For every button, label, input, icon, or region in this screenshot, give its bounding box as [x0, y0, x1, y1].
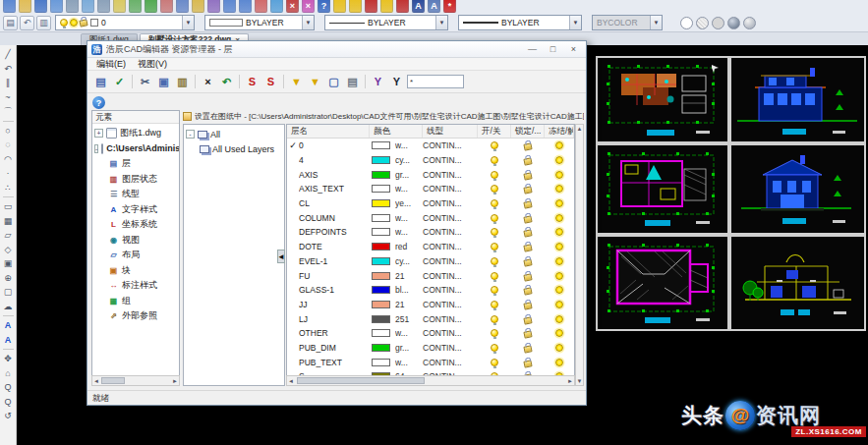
- sun-icon[interactable]: [555, 344, 563, 352]
- minimize-button[interactable]: —: [524, 43, 541, 56]
- layer-row[interactable]: COLUMNw...CONTIN...: [287, 210, 574, 225]
- linetype-combo[interactable]: BYLAYER ▼: [324, 15, 448, 30]
- layer-freeze-cell[interactable]: [545, 329, 574, 337]
- layer-lock-cell[interactable]: [511, 213, 545, 223]
- close-button[interactable]: ×: [565, 43, 582, 56]
- layer-lock-cell[interactable]: [511, 155, 545, 165]
- expand-icon[interactable]: +: [94, 129, 103, 138]
- text-tool-icon[interactable]: A: [1, 318, 16, 333]
- drawing-roof-plan[interactable]: [596, 235, 729, 331]
- polygon-tool-icon[interactable]: ◇: [1, 243, 16, 257]
- bulb-icon[interactable]: [491, 156, 498, 164]
- table-vscrollbar[interactable]: ▲ ▼: [575, 124, 584, 386]
- layer-row[interactable]: 4cy...CONTIN...: [287, 153, 574, 168]
- sun-icon[interactable]: [555, 228, 563, 236]
- scroll-right-icon[interactable]: ►: [171, 377, 179, 385]
- lock-icon[interactable]: [523, 345, 532, 354]
- otrack-icon[interactable]: [380, 0, 393, 13]
- table-hscrollbar[interactable]: ◄ ►: [286, 375, 575, 386]
- bulb-icon[interactable]: [491, 199, 498, 207]
- layer-row[interactable]: PUB_DIMgr...CONTIN...: [287, 341, 574, 356]
- bulb-icon[interactable]: [491, 228, 498, 236]
- layer-on-cell[interactable]: [478, 243, 511, 250]
- layer-color-swatch[interactable]: [372, 228, 390, 236]
- layer-color-swatch[interactable]: [372, 272, 390, 280]
- layer-on-cell[interactable]: [478, 257, 511, 265]
- tree-root-item[interactable]: -C:\Users\Administrator\D: [94, 141, 179, 157]
- hatch-tool-icon[interactable]: ▦: [1, 214, 16, 229]
- layer-freeze-cell[interactable]: [545, 315, 574, 323]
- layer-color-swatch[interactable]: [372, 243, 390, 250]
- layer-freeze-cell[interactable]: [545, 359, 574, 366]
- tree-item-layers[interactable]: ▤层: [108, 156, 179, 172]
- layer-on-cell[interactable]: [478, 214, 511, 222]
- layer-lock-cell[interactable]: [511, 358, 545, 367]
- tree-root-item[interactable]: +图纸1.dwg: [94, 126, 179, 141]
- snap-icon[interactable]: [333, 0, 346, 13]
- layer-freeze-cell[interactable]: [545, 228, 574, 236]
- layer-row[interactable]: ✓0w...CONTIN...: [287, 139, 574, 153]
- mtext-a-icon[interactable]: A: [428, 0, 440, 13]
- wireframe-3d-icon[interactable]: [696, 17, 709, 29]
- chevron-down-icon[interactable]: ▼: [182, 16, 194, 29]
- layer-row[interactable]: OTHERw...CONTIN...: [287, 326, 574, 341]
- pan-hand-icon[interactable]: ✥: [1, 352, 16, 366]
- layer-combo[interactable]: 0 ▼: [55, 15, 195, 30]
- layer-lock-cell[interactable]: [511, 314, 545, 324]
- expand-icon[interactable]: -: [94, 144, 98, 153]
- tree-item-layouts[interactable]: ▱布局: [108, 248, 179, 263]
- spline-tool-icon[interactable]: ~: [1, 90, 16, 105]
- tree-node-all[interactable]: - All: [186, 127, 284, 142]
- layer-on-cell[interactable]: [478, 171, 511, 179]
- delete-icon[interactable]: ×: [286, 0, 299, 13]
- chevron-down-icon[interactable]: ▼: [435, 16, 447, 29]
- zoom-icon[interactable]: [270, 0, 283, 13]
- col-lock[interactable]: 锁定/...: [511, 125, 545, 138]
- layer-freeze-cell[interactable]: [545, 199, 574, 207]
- match-properties-icon[interactable]: [207, 0, 220, 13]
- sun-icon[interactable]: [555, 257, 563, 265]
- layer-on-cell[interactable]: [478, 359, 511, 366]
- maximize-button[interactable]: □: [545, 43, 561, 56]
- rectangle-tool-icon[interactable]: ▭: [1, 199, 16, 214]
- layer-color-swatch[interactable]: [372, 185, 390, 193]
- zoom-window-tool-icon[interactable]: Q: [1, 395, 16, 410]
- drawing-side-elevation[interactable]: [729, 56, 866, 143]
- lock-icon[interactable]: [523, 143, 532, 152]
- layer-row[interactable]: DEFPOINTSw...CONTIN...: [287, 225, 574, 240]
- menu-edit[interactable]: 编辑(E): [91, 58, 131, 70]
- bulb-icon[interactable]: [491, 272, 498, 280]
- layer-previous-button[interactable]: ↶: [20, 16, 34, 30]
- layer-lock-cell[interactable]: [511, 343, 545, 353]
- layer-freeze-cell[interactable]: [545, 141, 574, 149]
- layer-color-swatch[interactable]: [372, 329, 390, 337]
- lock-icon[interactable]: [523, 172, 532, 181]
- erase-icon[interactable]: ×: [302, 0, 315, 13]
- purge-icon[interactable]: S: [244, 74, 260, 90]
- layer-on-cell[interactable]: [478, 315, 511, 323]
- divide-tool-icon[interactable]: ∴: [1, 181, 16, 195]
- elements-pane-hscrollbar[interactable]: ◄ ►: [91, 375, 180, 386]
- layer-freeze-cell[interactable]: [545, 257, 574, 265]
- mtext-tool-icon[interactable]: A: [1, 333, 16, 348]
- ortho-icon[interactable]: [349, 0, 362, 13]
- find-icon[interactable]: [113, 0, 126, 13]
- sun-icon[interactable]: [555, 185, 563, 193]
- layer-filter-input[interactable]: [407, 75, 464, 88]
- lock-icon[interactable]: [523, 258, 532, 267]
- purge-all-icon[interactable]: S: [262, 74, 279, 90]
- lock-icon[interactable]: [523, 187, 532, 195]
- bulb-icon[interactable]: [491, 171, 498, 179]
- lock-icon[interactable]: [523, 360, 532, 368]
- col-name[interactable]: 层名: [287, 125, 370, 138]
- print-icon[interactable]: ▤: [344, 74, 361, 90]
- sun-icon[interactable]: [555, 272, 563, 280]
- scrollbar-thumb[interactable]: [101, 377, 125, 384]
- tree-node-all-used-layers[interactable]: All Used Layers: [200, 142, 284, 158]
- scroll-up-icon[interactable]: ▲: [576, 126, 583, 132]
- lock-icon[interactable]: [523, 215, 532, 224]
- layer-lock-cell[interactable]: [511, 227, 545, 237]
- filter-apply-icon[interactable]: ▼: [307, 74, 323, 90]
- layer-freeze-cell[interactable]: [545, 185, 574, 193]
- layer-color-swatch[interactable]: [372, 286, 390, 294]
